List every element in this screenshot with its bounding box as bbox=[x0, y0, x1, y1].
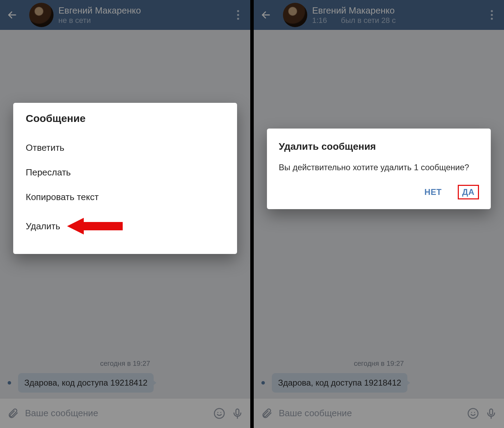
dialog-body: Вы действительно хотите удалить 1 сообще… bbox=[279, 162, 479, 173]
action-delete[interactable]: Удалить bbox=[26, 209, 225, 243]
action-delete-label: Удалить bbox=[26, 221, 60, 232]
pane-divider bbox=[250, 0, 254, 428]
delete-confirm-dialog: Удалить сообщения Вы действительно хотит… bbox=[267, 129, 491, 209]
cancel-button[interactable]: НЕТ bbox=[420, 185, 446, 199]
dialog-title: Сообщение bbox=[26, 113, 225, 124]
action-forward[interactable]: Переслать bbox=[26, 160, 225, 185]
dialog-button-row: НЕТ ДА bbox=[279, 185, 479, 199]
modal-scrim[interactable] bbox=[254, 0, 504, 428]
pane-left: Евгений Макаренко не в сети сегодня в 19… bbox=[0, 0, 250, 428]
message-action-dialog: Сообщение Ответить Переслать Копировать … bbox=[13, 103, 237, 254]
action-copy[interactable]: Копировать текст bbox=[26, 185, 225, 209]
action-reply[interactable]: Ответить bbox=[26, 135, 225, 160]
confirm-button[interactable]: ДА bbox=[458, 185, 479, 199]
svg-marker-6 bbox=[67, 218, 123, 234]
arrow-left-icon bbox=[67, 216, 123, 236]
pane-right: Евгений Макаренко 1:16 был в сети 28 с с… bbox=[254, 0, 504, 428]
dialog-title: Удалить сообщения bbox=[279, 141, 479, 152]
